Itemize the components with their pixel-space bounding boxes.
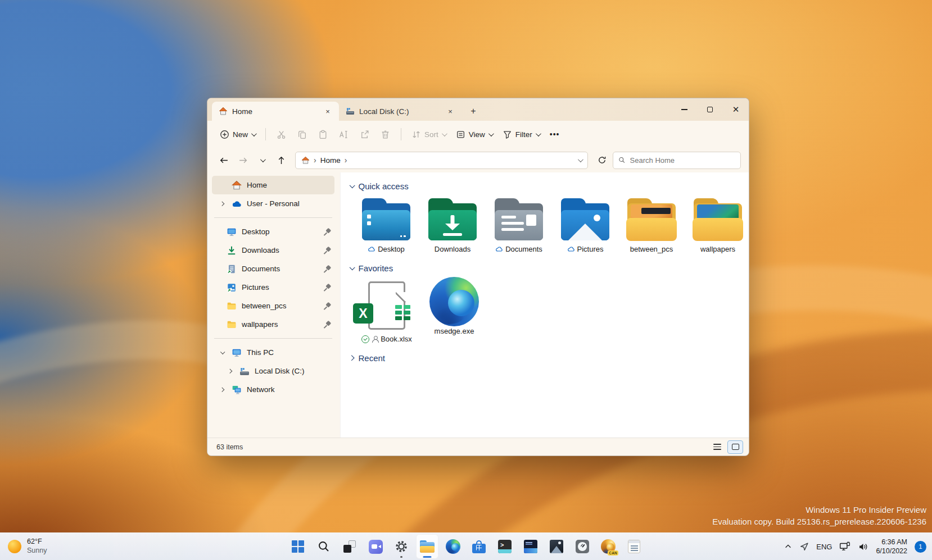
notepad-icon <box>628 540 640 553</box>
quick-access-item-pictures[interactable]: Pictures <box>554 197 616 253</box>
section-quick-access[interactable]: Quick access <box>341 179 749 195</box>
chevron-down-icon[interactable] <box>221 349 225 354</box>
notification-badge[interactable]: 1 <box>915 541 926 553</box>
quick-access-item-desktop[interactable]: Desktop <box>355 197 417 253</box>
rename-button[interactable] <box>334 126 354 143</box>
up-button[interactable] <box>273 152 289 169</box>
sidebar-item-label: Network <box>247 385 331 394</box>
close-icon: ✕ <box>732 104 740 115</box>
forward-button[interactable] <box>234 152 251 169</box>
chevron-right-icon[interactable] <box>220 388 224 392</box>
language-indicator[interactable]: ENG <box>816 543 832 551</box>
share-button[interactable] <box>355 126 374 143</box>
sidebar-item-home[interactable]: Home <box>212 176 334 194</box>
sidebar-item-label: between_pcs <box>242 302 318 310</box>
search-icon <box>618 156 626 164</box>
new-tab-button[interactable]: + <box>466 104 481 119</box>
chevron-right-icon[interactable] <box>220 202 224 206</box>
desktop-icon <box>227 227 237 237</box>
network-icon <box>839 541 850 552</box>
filter-button[interactable]: Filter <box>498 126 544 143</box>
sidebar-item-wallpapers[interactable]: wallpapers <box>212 315 334 334</box>
quick-access-item-between-pcs[interactable]: between_pcs <box>621 197 682 253</box>
maximize-button[interactable] <box>697 98 723 121</box>
clock-date-button[interactable]: 6:36 AM 6/10/2022 <box>876 538 907 556</box>
search-icon <box>318 540 330 553</box>
see-more-button[interactable]: ••• <box>545 128 564 141</box>
favorite-item-book-xlsx[interactable]: X Book.xlsx <box>355 279 418 343</box>
recent-locations-button[interactable] <box>254 152 270 169</box>
refresh-button[interactable] <box>594 152 610 169</box>
section-recent[interactable]: Recent <box>341 351 749 367</box>
sidebar-item-pictures[interactable]: Pictures <box>212 278 334 297</box>
item-label: Pictures <box>577 245 604 253</box>
insider-app-button[interactable] <box>519 534 542 559</box>
settings-button[interactable] <box>390 534 413 559</box>
close-button[interactable]: ✕ <box>723 98 749 121</box>
command-toolbar: New <box>207 121 749 148</box>
network-tray-button[interactable] <box>839 541 850 552</box>
paste-button[interactable] <box>313 126 333 143</box>
sidebar-item-local-disk[interactable]: Local Disk (C:) <box>212 362 334 380</box>
sidebar-item-label: Documents <box>242 265 318 273</box>
windows-logo-icon <box>292 540 304 553</box>
edge-button[interactable] <box>442 534 464 559</box>
delete-button[interactable] <box>375 126 395 143</box>
volume-tray-button[interactable] <box>858 542 868 552</box>
folder-icon <box>625 197 678 243</box>
edge-canary-button[interactable]: CAN <box>597 534 619 559</box>
start-button[interactable] <box>287 534 309 559</box>
tab-local-disk-close-icon[interactable]: × <box>445 106 456 117</box>
sidebar-item-onedrive[interactable]: User - Personal <box>212 194 334 213</box>
notepad-button[interactable] <box>623 534 645 559</box>
new-button[interactable]: New <box>215 126 260 143</box>
sidebar-item-downloads[interactable]: Downloads <box>212 241 334 259</box>
photos-button[interactable] <box>545 534 568 559</box>
quick-access-item-documents[interactable]: Documents <box>488 197 550 253</box>
sidebar-item-desktop[interactable]: Desktop <box>212 222 334 241</box>
sidebar-item-this-pc[interactable]: This PC <box>212 343 334 362</box>
minimize-button[interactable] <box>671 98 697 121</box>
canary-badge: CAN <box>608 550 618 556</box>
copy-button[interactable] <box>292 126 312 143</box>
minimize-icon <box>681 109 687 110</box>
view-button[interactable]: View <box>451 126 497 143</box>
search-input[interactable] <box>630 156 735 165</box>
taskbar-search-button[interactable] <box>313 534 335 559</box>
breadcrumb-home[interactable]: Home <box>320 156 341 165</box>
tab-local-disk[interactable]: Local Disk (C:) × <box>339 102 462 121</box>
widgets-weather-button[interactable]: 62°F Sunny <box>8 538 47 555</box>
back-button[interactable] <box>215 152 232 169</box>
sidebar-item-documents[interactable]: Documents <box>212 259 334 278</box>
hidden-icons-button[interactable] <box>784 543 792 550</box>
quick-access-item-downloads[interactable]: Downloads <box>422 197 483 253</box>
favorite-item-msedge[interactable]: msedge.exe <box>423 279 486 343</box>
search-box[interactable] <box>613 152 741 169</box>
chevron-right-icon[interactable] <box>228 369 232 374</box>
item-label: between_pcs <box>630 245 673 253</box>
window-body: Home User - Personal Desktop <box>207 172 749 438</box>
quick-access-item-wallpapers[interactable]: wallpapers <box>687 197 749 253</box>
details-view-button[interactable] <box>709 440 725 454</box>
terminal-button[interactable]: > <box>494 534 516 559</box>
chat-button[interactable] <box>364 534 387 559</box>
breadcrumb-separator: › <box>345 156 347 165</box>
breadcrumb[interactable]: › Home › <box>295 152 588 169</box>
file-explorer-icon <box>420 540 435 553</box>
sidebar-item-between-pcs[interactable]: between_pcs <box>212 297 334 315</box>
task-view-icon <box>343 540 356 553</box>
clock-app-button[interactable] <box>571 534 594 559</box>
items-count: 63 items <box>216 443 243 451</box>
tab-home[interactable]: Home × <box>212 102 339 121</box>
location-tray-icon[interactable] <box>799 542 809 552</box>
sidebar-item-network[interactable]: Network <box>212 380 334 399</box>
tab-home-close-icon[interactable]: × <box>322 106 333 117</box>
section-favorites[interactable]: Favorites <box>341 261 749 277</box>
address-dropdown-icon[interactable] <box>578 157 583 162</box>
cut-button[interactable] <box>272 126 291 143</box>
task-view-button[interactable] <box>338 534 361 559</box>
sort-button[interactable]: Sort <box>407 126 450 143</box>
file-explorer-button[interactable] <box>416 534 438 559</box>
microsoft-store-button[interactable] <box>468 534 490 559</box>
large-icons-view-button[interactable] <box>727 440 743 454</box>
